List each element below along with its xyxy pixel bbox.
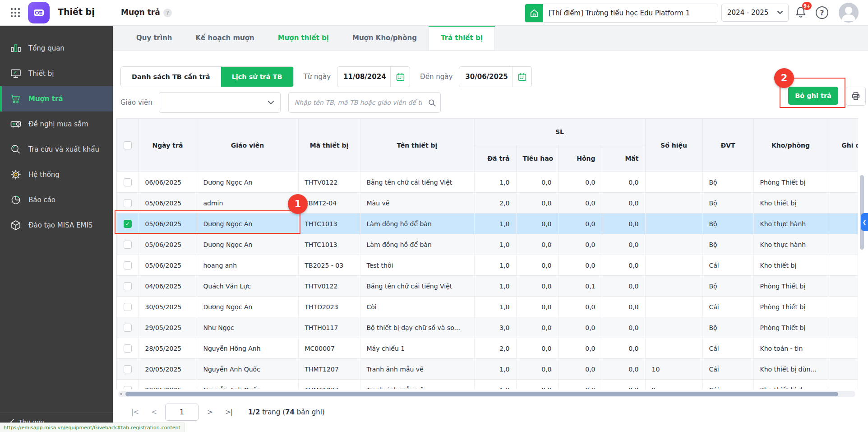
- cell-name: Làm đồng hồ để bàn: [360, 234, 474, 255]
- projector-icon: [10, 118, 22, 130]
- select-all-checkbox[interactable]: [124, 141, 132, 149]
- sidebar-item-tra-cuu[interactable]: Tra cứu và xuất khẩu: [0, 137, 113, 162]
- cell-unit: Cái: [702, 359, 753, 380]
- row-checkbox[interactable]: [124, 344, 132, 353]
- first-page-button[interactable]: |<: [127, 404, 143, 420]
- page-input[interactable]: [165, 404, 199, 421]
- cell-name: Bộ thiết bị dạy chữ số và so...: [360, 317, 474, 338]
- table-row[interactable]: 29/05/2025Như NgọcTHTH0117Bộ thiết bị dạ…: [117, 317, 858, 338]
- row-checkbox[interactable]: [124, 199, 132, 207]
- search-icon[interactable]: [424, 98, 440, 107]
- row-checkbox[interactable]: [124, 365, 132, 373]
- sidebar-item-muon-tra[interactable]: Mượn trả: [0, 86, 113, 111]
- table-row[interactable]: 04/06/2025Quách Văn LựcTHTV0122Bảng tên …: [117, 276, 858, 297]
- from-date-field[interactable]: [337, 66, 410, 87]
- cell-note: [828, 359, 858, 380]
- sidebar-item-label: Tổng quan: [28, 44, 65, 52]
- need-return-list-button[interactable]: Danh sách TB cần trả: [121, 67, 221, 87]
- search-input[interactable]: [289, 99, 424, 106]
- sidebar-item-tong-quan[interactable]: Tổng quan: [0, 36, 113, 61]
- cell-teacher: Như Ngọc: [197, 317, 298, 338]
- to-date-field[interactable]: [459, 66, 532, 87]
- avatar[interactable]: [839, 3, 859, 23]
- monitor-icon: [10, 68, 22, 79]
- tab-quy-trinh[interactable]: Quy trình: [125, 25, 184, 50]
- col-returned: Đã trả: [474, 145, 516, 172]
- tab-ke-hoach-muon[interactable]: Kế hoạch mượn: [184, 25, 266, 50]
- cell-teacher: Quách Văn Lực: [197, 276, 298, 297]
- tab-muon-kho-phong[interactable]: Mượn Kho/phòng: [341, 25, 429, 50]
- app-logo-icon[interactable]: [28, 2, 50, 23]
- vertical-scrollbar-thumb[interactable]: [860, 175, 864, 250]
- sidebar-item-thiet-bi[interactable]: Thiết bị: [0, 61, 113, 86]
- table-row[interactable]: 20/05/2025Nguyễn Anh QuốcTHMT1207Tranh ả…: [117, 380, 858, 390]
- last-page-button[interactable]: >|: [221, 404, 236, 420]
- tab-tra-thiet-bi[interactable]: Trả thiết bị: [429, 25, 495, 50]
- calendar-icon[interactable]: [391, 72, 410, 82]
- row-checkbox[interactable]: [124, 178, 132, 186]
- printer-icon: [851, 91, 861, 101]
- cell-code: THTC1013: [298, 234, 360, 255]
- scroll-left-arrow-icon[interactable]: ◂: [120, 391, 122, 396]
- help-icon[interactable]: ?: [816, 6, 828, 19]
- school-year-select[interactable]: 2024 - 2025: [721, 4, 789, 22]
- next-page-button[interactable]: >: [202, 404, 217, 420]
- app-switcher-icon[interactable]: [10, 7, 21, 18]
- cell-teacher: Dương Ngọc An: [197, 297, 298, 317]
- from-date-input[interactable]: [337, 73, 390, 81]
- page-help-icon[interactable]: ?: [163, 9, 172, 17]
- sidebar-item-dao-tao[interactable]: Đào tạo MISA EMIS: [0, 213, 113, 238]
- cell-consumed: 0,0: [516, 359, 558, 380]
- panel-expand-button[interactable]: ❮: [861, 213, 868, 231]
- horizontal-scrollbar[interactable]: ◂: [118, 391, 855, 397]
- cell-consumed: 0,0: [516, 214, 558, 234]
- cell-unit: Bộ: [702, 234, 753, 255]
- cell-teacher: Dương Ngọc An: [197, 214, 298, 234]
- col-code: Mã thiết bị: [298, 119, 360, 172]
- cell-consumed: 0,0: [516, 172, 558, 193]
- vertical-scrollbar[interactable]: [860, 121, 864, 387]
- table-row[interactable]: 28/05/2025Nguyễn Hồng AnhMC00007Máy chiế…: [117, 338, 858, 359]
- cell-broken: 0,0: [558, 214, 602, 234]
- cell-note: [828, 297, 858, 317]
- school-selector[interactable]: [Thí điểm] Trường tiểu học Edu Platform …: [525, 4, 718, 23]
- table-row[interactable]: 05/06/2025Dương Ngọc AnTHTC1013Làm đồng …: [117, 234, 858, 255]
- to-date-input[interactable]: [459, 73, 512, 81]
- table-row[interactable]: ✓05/06/2025Dương Ngọc AnTHTC1013Làm đồng…: [117, 214, 858, 234]
- table-row[interactable]: 06/06/2025Dương Ngọc AnTHTV0122Bảng tên …: [117, 172, 858, 193]
- row-checkbox[interactable]: [124, 282, 132, 290]
- sidebar-item-he-thong[interactable]: Hệ thống: [0, 162, 113, 187]
- return-history-button[interactable]: Lịch sử trả TB: [221, 67, 293, 87]
- cell-note: [828, 380, 858, 390]
- cell-lost: 0,0: [602, 214, 645, 234]
- row-checkbox[interactable]: [124, 303, 132, 311]
- table-row[interactable]: 05/06/2025hoang anhTB2025 - 03Test thôi1…: [117, 255, 858, 276]
- horizontal-scrollbar-thumb[interactable]: [125, 392, 838, 396]
- calendar-icon[interactable]: [512, 72, 531, 82]
- cell-name: Màu vẽ: [360, 193, 474, 214]
- row-checkbox[interactable]: ✓: [124, 220, 132, 228]
- row-checkbox[interactable]: [124, 241, 132, 249]
- tab-muon-thiet-bi[interactable]: Mượn thiết bị: [266, 25, 341, 50]
- row-checkbox[interactable]: [124, 324, 132, 332]
- cell-broken: 0,0: [558, 317, 602, 338]
- teacher-select[interactable]: [159, 92, 281, 113]
- sidebar-item-bao-cao[interactable]: Báo cáo: [0, 187, 113, 213]
- remove-return-button[interactable]: Bỏ ghi trả: [788, 87, 838, 105]
- cell-teacher: Dương Ngọc An: [197, 234, 298, 255]
- cell-serial: [645, 172, 702, 193]
- sidebar-item-de-nghi-mua-sam[interactable]: Đề nghị mua sắm: [0, 111, 113, 137]
- print-button[interactable]: [846, 87, 866, 106]
- cell-broken: 0,0: [558, 338, 602, 359]
- cell-note: [828, 172, 858, 193]
- cell-unit: Cái: [702, 338, 753, 359]
- search-field[interactable]: [288, 92, 441, 113]
- prev-page-button[interactable]: <: [146, 404, 162, 420]
- table-row[interactable]: 05/06/2025adminTBMT2-04Màu vẽ2,00,00,00,…: [117, 193, 858, 214]
- table-row[interactable]: 20/05/2025Nguyễn Anh QuốcTHMT1207Tranh ả…: [117, 359, 858, 380]
- cell-consumed: 0,0: [516, 193, 558, 214]
- row-checkbox[interactable]: [124, 261, 132, 269]
- row-checkbox[interactable]: [124, 386, 132, 390]
- sidebar-item-label: Đề nghị mua sắm: [28, 120, 88, 128]
- table-row[interactable]: 30/05/2025Dương Ngọc AnTHTD2023Còi1,00,0…: [117, 297, 858, 317]
